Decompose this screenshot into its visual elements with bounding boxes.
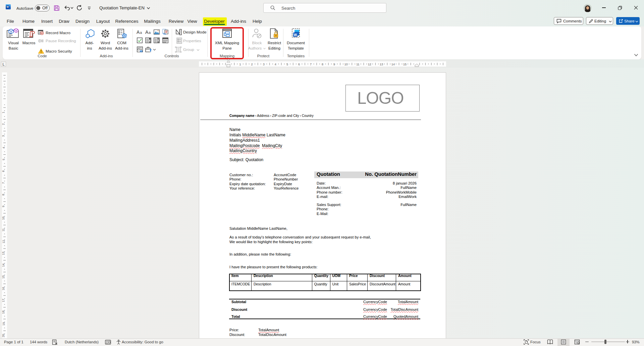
svg-text:4: 4 bbox=[2, 147, 5, 148]
svg-text:15: 15 bbox=[2, 275, 5, 279]
svg-text:A: A bbox=[145, 30, 149, 34]
svg-text:7: 7 bbox=[2, 182, 5, 184]
svg-text:W: W bbox=[6, 6, 9, 8]
svg-text:16: 16 bbox=[2, 287, 5, 290]
svg-text:5: 5 bbox=[2, 158, 5, 160]
svg-text:10: 10 bbox=[2, 216, 5, 220]
svg-text:1: 1 bbox=[239, 63, 241, 66]
svg-text:2: 2 bbox=[251, 63, 253, 66]
svg-text:13: 13 bbox=[380, 63, 383, 66]
svg-text:3: 3 bbox=[2, 135, 5, 137]
svg-text:a: a bbox=[140, 31, 142, 34]
svg-text:11: 11 bbox=[356, 63, 359, 66]
svg-text:19: 19 bbox=[2, 322, 5, 326]
svg-text:3: 3 bbox=[263, 63, 265, 66]
svg-text:A: A bbox=[137, 30, 140, 34]
svg-text:5: 5 bbox=[286, 63, 288, 66]
svg-text:9: 9 bbox=[333, 63, 335, 66]
svg-text:9: 9 bbox=[2, 206, 5, 207]
svg-text:11: 11 bbox=[2, 228, 5, 231]
svg-text:6: 6 bbox=[2, 170, 5, 172]
svg-text:2: 2 bbox=[2, 123, 5, 125]
svg-text:7: 7 bbox=[310, 63, 312, 66]
svg-text:18: 18 bbox=[2, 310, 5, 314]
svg-text:17: 17 bbox=[2, 299, 5, 302]
svg-text:14: 14 bbox=[391, 63, 395, 66]
svg-text:4: 4 bbox=[275, 63, 276, 66]
svg-text:W: W bbox=[294, 33, 297, 37]
svg-text:10: 10 bbox=[344, 63, 348, 66]
svg-text:8: 8 bbox=[2, 194, 5, 196]
svg-text:1: 1 bbox=[2, 112, 5, 113]
svg-text:a: a bbox=[149, 30, 151, 34]
svg-text:8: 8 bbox=[322, 63, 323, 66]
svg-text:6: 6 bbox=[298, 63, 300, 66]
svg-text:13: 13 bbox=[2, 252, 5, 255]
svg-text:14: 14 bbox=[2, 264, 5, 267]
svg-text:15: 15 bbox=[403, 63, 407, 66]
svg-text:20: 20 bbox=[2, 334, 5, 337]
svg-text:12: 12 bbox=[2, 240, 5, 243]
svg-text:12: 12 bbox=[368, 63, 371, 66]
